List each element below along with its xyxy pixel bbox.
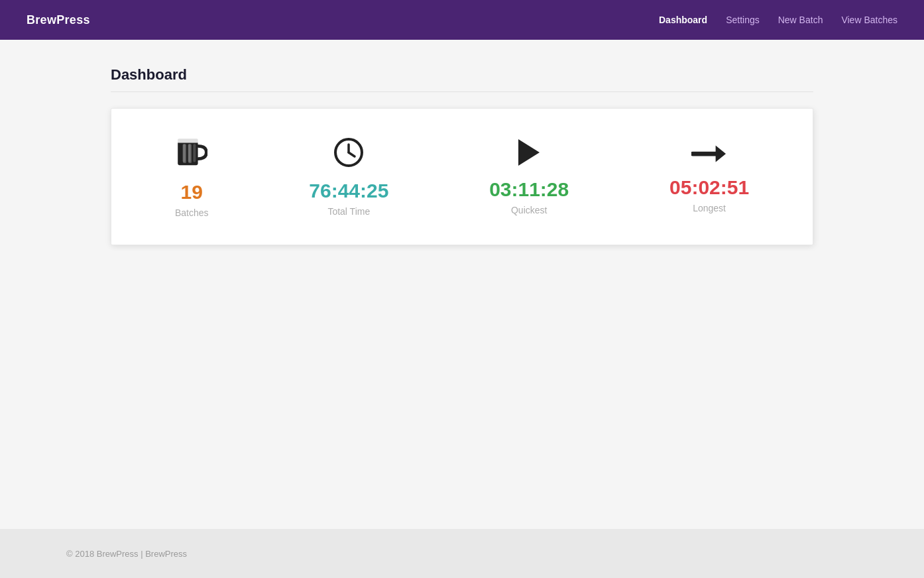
svg-marker-12 xyxy=(716,145,726,162)
arrow-right-icon xyxy=(691,141,727,170)
beer-mug-icon xyxy=(176,135,207,174)
svg-rect-6 xyxy=(194,144,196,162)
stat-longest: 05:02:51 Longest xyxy=(669,141,749,213)
total-time-label: Total Time xyxy=(327,206,370,217)
svg-marker-10 xyxy=(518,139,540,166)
footer: © 2018 BrewPress | BrewPress xyxy=(0,529,924,578)
total-time-value: 76:44:25 xyxy=(309,181,388,201)
clock-icon xyxy=(333,137,365,173)
batches-label: Batches xyxy=(175,207,209,218)
play-icon xyxy=(517,138,541,172)
svg-rect-4 xyxy=(183,144,186,162)
page-title: Dashboard xyxy=(111,66,813,84)
svg-rect-1 xyxy=(178,139,198,143)
nav-settings[interactable]: Settings xyxy=(726,15,760,25)
stat-batches: 19 Batches xyxy=(175,135,209,218)
stat-total-time: 76:44:25 Total Time xyxy=(309,137,388,217)
longest-label: Longest xyxy=(693,203,726,213)
navbar: BrewPress Dashboard Settings New Batch V… xyxy=(0,0,924,40)
title-divider xyxy=(111,91,813,92)
nav-links: Dashboard Settings New Batch View Batche… xyxy=(659,15,897,25)
brand-logo[interactable]: BrewPress xyxy=(27,13,90,27)
nav-dashboard[interactable]: Dashboard xyxy=(659,15,707,25)
nav-view-batches[interactable]: View Batches xyxy=(841,15,897,25)
footer-text: © 2018 BrewPress | BrewPress xyxy=(66,549,187,559)
quickest-label: Quickest xyxy=(511,205,547,215)
quickest-value: 03:11:28 xyxy=(489,180,569,200)
svg-rect-5 xyxy=(188,144,191,162)
svg-line-9 xyxy=(349,152,355,156)
longest-value: 05:02:51 xyxy=(669,178,749,198)
main-content: Dashboard xyxy=(97,40,827,529)
nav-new-batch[interactable]: New Batch xyxy=(778,15,823,25)
stats-card: 19 Batches 76:44:25 Total Time 03:11 xyxy=(111,108,813,245)
stat-quickest: 03:11:28 Quickest xyxy=(489,138,569,215)
batches-value: 19 xyxy=(181,182,203,202)
